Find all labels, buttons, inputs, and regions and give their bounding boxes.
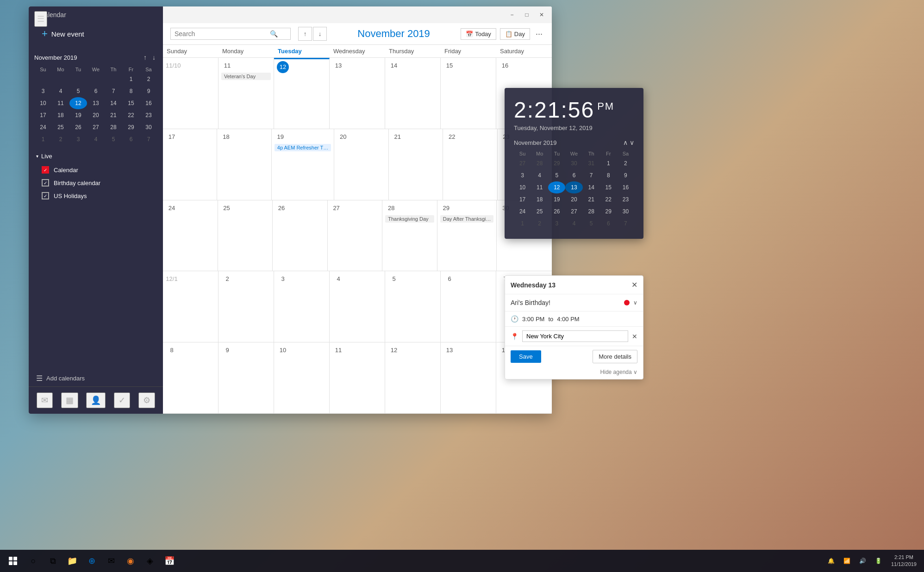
mini-cal-cell[interactable]: 13 [87, 97, 105, 109]
w-cell[interactable]: 31 [583, 157, 600, 169]
search-input[interactable] [175, 30, 267, 37]
hide-agenda-button[interactable]: Hide agenda ∨ [505, 367, 643, 379]
w-cell[interactable]: 25 [531, 205, 548, 218]
w-cell[interactable]: 17 [514, 193, 531, 205]
mini-cal-cell[interactable]: 4 [87, 133, 105, 145]
mini-cal-cell[interactable]: 22 [122, 109, 140, 121]
cal-cell-dec4[interactable]: 4 [330, 271, 385, 342]
mini-cal-cell[interactable]: 30 [140, 121, 157, 133]
nav-calendar-button[interactable]: ▦ [61, 392, 78, 408]
mini-cal-cell[interactable]: 18 [52, 109, 69, 121]
event-veterans[interactable]: Veteran's Day [221, 73, 271, 80]
cal-cell-dec13[interactable]: 13 [441, 342, 496, 413]
w-cell[interactable]: 1 [514, 218, 531, 230]
mini-cal-cell[interactable]: 27 [87, 121, 105, 133]
mini-cal-cell[interactable]: 5 [105, 133, 122, 145]
w-cell[interactable]: 5 [583, 218, 600, 230]
w-cell[interactable]: 22 [600, 193, 617, 205]
mini-cal-cell[interactable] [105, 73, 122, 85]
start-button[interactable] [4, 552, 22, 570]
mini-cal-cell[interactable]: 8 [122, 85, 140, 97]
w-cell[interactable]: 27 [514, 157, 531, 169]
nav-mail-button[interactable]: ✉ [37, 392, 53, 408]
mini-cal-cell[interactable]: 6 [87, 85, 105, 97]
mini-cal-cell[interactable]: 11 [52, 97, 69, 109]
cal-cell-1110[interactable]: 11/10 [163, 58, 219, 129]
w-cell[interactable]: 29 [548, 157, 565, 169]
calendar-checkbox-0[interactable]: ✓ [42, 166, 49, 174]
live-section-toggle[interactable]: ▾ Live [29, 149, 163, 163]
w-cell[interactable]: 27 [565, 205, 582, 218]
mini-cal-cell[interactable]: 4 [52, 85, 69, 97]
cal-cell-121[interactable]: 12/1 [163, 271, 219, 342]
prev-month-button[interactable]: ↑ [298, 27, 312, 41]
taskbar-calendar-app-button[interactable]: 📅 [160, 552, 179, 570]
calendar-item-2[interactable]: ✓ US Holidays [29, 189, 163, 202]
cal-cell-28[interactable]: 28Thanksgiving Day [382, 200, 437, 271]
taskbar-taskview-button[interactable]: ⧉ [44, 552, 62, 570]
w-cell[interactable]: 3 [548, 218, 565, 230]
w-cell[interactable]: 4 [565, 218, 582, 230]
next-month-button[interactable]: ↓ [313, 27, 327, 41]
mini-cal-cell[interactable]: 10 [34, 97, 52, 109]
nav-settings-button[interactable]: ⚙ [138, 392, 155, 408]
w-cell[interactable]: 15 [600, 181, 617, 193]
event-dropdown-button[interactable]: ∨ [633, 299, 637, 306]
mini-cal-cell[interactable]: 1 [34, 133, 52, 145]
mini-cal-cell[interactable]: 23 [140, 109, 157, 121]
mini-cal-cell[interactable]: 7 [105, 85, 122, 97]
cal-cell-19[interactable]: 194p AEM Refresher T… [272, 129, 334, 200]
w-cell[interactable]: 5 [548, 169, 565, 181]
taskbar-search-button[interactable]: ○ [24, 552, 43, 570]
cal-cell-dec2[interactable]: 2 [219, 271, 274, 342]
day-button[interactable]: 📋 Day [500, 28, 530, 40]
w-cell[interactable]: 18 [531, 193, 548, 205]
w-cell[interactable]: 30 [617, 205, 634, 218]
maximize-button[interactable]: □ [520, 8, 533, 21]
mini-cal-cell[interactable]: 20 [87, 109, 105, 121]
mini-cal-cell[interactable]: 2 [140, 73, 157, 85]
w-cell[interactable]: 24 [514, 205, 531, 218]
w-cell[interactable]: 6 [600, 218, 617, 230]
w-cell[interactable]: 6 [565, 169, 582, 181]
mini-cal-cell[interactable]: 6 [122, 133, 140, 145]
w-cell[interactable]: 30 [565, 157, 582, 169]
w-cell[interactable]: 26 [548, 205, 565, 218]
w-cell[interactable]: 19 [548, 193, 565, 205]
mini-cal-cell[interactable]: 21 [105, 109, 122, 121]
cal-cell-11[interactable]: 11Veteran's Day [219, 58, 274, 129]
mini-cal-cell[interactable]: 2 [52, 133, 69, 145]
event-aem[interactable]: 4p AEM Refresher T… [275, 144, 331, 151]
cal-cell-22[interactable]: 22 [443, 129, 497, 200]
w-cell[interactable]: 21 [583, 193, 600, 205]
more-options-button[interactable]: ··· [534, 29, 544, 39]
mini-cal-cell[interactable]: 17 [34, 109, 52, 121]
event-title-input[interactable] [511, 299, 620, 306]
cal-cell-dec11[interactable]: 11 [330, 342, 385, 413]
event-day-after-thanksgiving[interactable]: Day After Thanksgi… [440, 215, 494, 223]
w-cell[interactable]: 16 [617, 181, 634, 193]
w-cell[interactable]: 3 [514, 169, 531, 181]
cal-cell-12-today[interactable]: 12 [274, 58, 330, 129]
minimize-button[interactable]: − [506, 8, 518, 21]
mini-cal-cell[interactable]: 1 [122, 73, 140, 85]
mini-cal-cell[interactable]: 28 [105, 121, 122, 133]
taskbar-explorer-button[interactable]: 📁 [63, 552, 81, 570]
sys-notification-icon[interactable]: 🔔 [824, 552, 838, 570]
taskbar-clock[interactable]: 2:21 PM 11/12/2019 [887, 554, 920, 568]
w-cell[interactable]: 2 [617, 157, 634, 169]
w-cell[interactable]: 11 [531, 181, 548, 193]
cal-cell-29[interactable]: 29Day After Thanksgi… [437, 200, 497, 271]
cal-cell-dec6[interactable]: 6 [441, 271, 496, 342]
taskbar-mail-button[interactable]: ✉ [102, 552, 120, 570]
nav-tasks-button[interactable]: ✓ [114, 392, 130, 408]
w-cell[interactable]: 1 [600, 157, 617, 169]
mini-cal-cell[interactable] [69, 73, 87, 85]
w-cell-today[interactable]: 12 [548, 181, 565, 193]
today-button[interactable]: 📅 Today [461, 28, 496, 40]
sys-network-icon[interactable]: 📶 [840, 552, 854, 570]
calendar-item-0[interactable]: ✓ Calendar [29, 163, 163, 176]
new-event-button[interactable]: + New event [36, 24, 156, 44]
cal-cell-15[interactable]: 15 [441, 58, 496, 129]
mini-cal-cell[interactable]: 29 [122, 121, 140, 133]
